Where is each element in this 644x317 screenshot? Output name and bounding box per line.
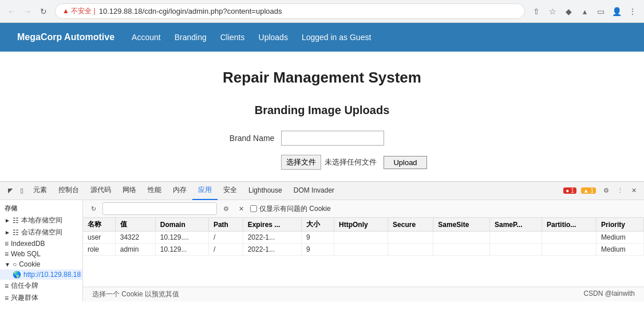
back-button[interactable]: ←	[5, 5, 18, 18]
table-cell: Medium	[596, 232, 643, 244]
table-cell: user	[83, 232, 115, 244]
more-button[interactable]: ⋮	[626, 5, 639, 18]
brand-name-input[interactable]	[281, 131, 384, 146]
upload-form: Brand Name 选择文件 未选择任何文件 Upload	[217, 131, 426, 170]
table-cell	[433, 232, 490, 244]
tab-security[interactable]: 安全	[218, 182, 243, 200]
refresh-cookies-button[interactable]: ↻	[88, 203, 99, 214]
col-samesite[interactable]: SameSite	[433, 218, 490, 232]
col-size[interactable]: 大小	[302, 218, 334, 232]
not-secure-icon: ▲ 不安全 |	[62, 6, 96, 16]
footer-hint: 选择一个 Cookie 以预览其值	[92, 289, 179, 299]
reload-button[interactable]: ↻	[37, 5, 50, 18]
col-partitio[interactable]: Partitio...	[542, 218, 596, 232]
sidebar-item-indexeddb[interactable]: ≡ IndexedDB	[0, 238, 82, 249]
devtools-settings-button[interactable]: ⚙	[600, 185, 612, 197]
sidebar-item-web-sql[interactable]: ≡ Web SQL	[0, 249, 82, 259]
warn-badge: ▲ 1	[581, 187, 596, 194]
forward-button[interactable]: →	[21, 5, 34, 18]
tab-sources[interactable]: 源代码	[85, 182, 117, 200]
table-cell: /	[208, 244, 243, 256]
share-button[interactable]: ⇧	[530, 5, 543, 18]
nav-link-guest[interactable]: Logged in as Guest	[302, 33, 371, 42]
file-row: 选择文件 未选择任何文件 Upload	[281, 155, 426, 170]
sidebar-item-cookie[interactable]: ▼ ○ Cookie	[0, 259, 82, 269]
sidebar-item-session-storage[interactable]: ► ☷ 会话存储空间	[0, 226, 82, 238]
table-cell: 2022-1...	[243, 232, 301, 244]
tab-elements[interactable]: 元素	[27, 182, 53, 200]
profile-button[interactable]: 👤	[610, 5, 623, 18]
table-cell: 2022-1...	[243, 244, 301, 256]
col-httponly[interactable]: HttpOnly	[334, 218, 388, 232]
devtools-body: 存储 ► ☷ 本地存储空间 ► ☷ 会话存储空间 ≡ IndexedDB ≡ W…	[0, 200, 644, 302]
nav-link-account[interactable]: Account	[132, 33, 161, 42]
choose-file-button[interactable]: 选择文件	[281, 155, 321, 170]
col-expires[interactable]: Expires ...	[243, 218, 301, 232]
section-title: Branding Image Uploads	[11, 104, 633, 117]
table-row[interactable]: roleadmin10.129.../2022-1...9Medium	[83, 244, 644, 256]
table-row[interactable]: user3432210.129..../2022-1...9Medium	[83, 232, 644, 244]
tab-application[interactable]: 应用	[192, 182, 218, 200]
tab-performance[interactable]: 性能	[142, 182, 167, 200]
devtools-inspect-button[interactable]: ◤	[5, 185, 16, 197]
nav-link-branding[interactable]: Branding	[175, 33, 207, 42]
devtools-device-button[interactable]: ▯	[16, 185, 27, 197]
bookmark-button[interactable]: ☆	[546, 5, 559, 18]
sidebar-item-local-storage[interactable]: ► ☷ 本地存储空间	[0, 214, 82, 226]
tab-dom-invader[interactable]: DOM Invader	[288, 182, 340, 200]
cast-button[interactable]: ▭	[594, 5, 607, 18]
table-cell: /	[208, 232, 243, 244]
col-value[interactable]: 值	[115, 218, 155, 232]
table-header: 名称 值 Domain Path Expires ... 大小 HttpOnly…	[83, 218, 644, 232]
upload-button[interactable]: Upload	[384, 156, 426, 169]
col-secure[interactable]: Secure	[388, 218, 433, 232]
nav-buttons: ← → ↻	[5, 5, 50, 18]
expand-icon: ▼	[5, 261, 10, 268]
extensions-button[interactable]: ◆	[562, 5, 575, 18]
trust-token-icon: ≡	[5, 282, 9, 290]
table-cell: role	[83, 244, 115, 256]
sidebar-item-interest-groups[interactable]: ≡ 兴趣群体	[0, 292, 82, 302]
sidebar-item-cookie-url[interactable]: 🌎 http://10.129.88.18	[0, 269, 82, 280]
devtools-main: ↻ ⚙ ✕ 仅显示有问题的 Cookie 名称 值 Domain	[83, 200, 644, 302]
clear-filter-button[interactable]: ✕	[235, 203, 247, 214]
tab-memory[interactable]: 内存	[167, 182, 192, 200]
brand-name-label: Brand Name	[217, 134, 274, 143]
filter-settings-button[interactable]: ⚙	[220, 203, 232, 214]
table-cell	[433, 244, 490, 256]
table-cell: 9	[302, 244, 334, 256]
cookie-toolbar: ↻ ⚙ ✕ 仅显示有问题的 Cookie	[83, 200, 644, 218]
browser-toolbar: ← → ↻ ▲ 不安全 | 10.129.88.18/cdn-cgi/login…	[0, 0, 644, 22]
devtools-footer: 选择一个 Cookie 以预览其值 CSDN @lainwith	[83, 287, 644, 302]
tab-lighthouse[interactable]: Lighthouse	[243, 182, 288, 200]
col-name[interactable]: 名称	[83, 218, 115, 232]
expand-icon: ►	[5, 217, 10, 224]
address-bar[interactable]: ▲ 不安全 | 10.129.88.18/cdn-cgi/login/admin…	[55, 3, 525, 19]
table-cell	[490, 232, 542, 244]
devtools-more-button[interactable]: ⋮	[614, 185, 626, 197]
profile-warning-button[interactable]: ▴	[578, 5, 591, 18]
table-cell: 10.129....	[155, 232, 208, 244]
nav-link-clients[interactable]: Clients	[220, 33, 245, 42]
nav-link-uploads[interactable]: Uploads	[259, 33, 288, 42]
cookie-table: 名称 值 Domain Path Expires ... 大小 HttpOnly…	[83, 218, 644, 287]
col-domain[interactable]: Domain	[155, 218, 208, 232]
brand-name-row: Brand Name	[217, 131, 426, 146]
col-samep[interactable]: SameP...	[490, 218, 542, 232]
col-path[interactable]: Path	[208, 218, 243, 232]
sidebar-item-trust-tokens[interactable]: ≡ 信任令牌	[0, 280, 82, 292]
table-cell	[388, 232, 433, 244]
table-cell	[388, 244, 433, 256]
sidebar-item-label: 本地存储空间	[21, 216, 62, 225]
filter-issues-checkbox[interactable]	[250, 205, 257, 212]
col-priority[interactable]: Priority	[596, 218, 643, 232]
cookie-filter-input[interactable]	[102, 202, 217, 215]
sidebar-item-label: 兴趣群体	[11, 293, 38, 302]
devtools-close-button[interactable]: ✕	[628, 185, 639, 197]
sidebar-item-label: 信任令牌	[11, 281, 38, 291]
cookie-icon: ○	[13, 260, 17, 268]
devtools-tab-icons: ● 1 ▲ 1 ⚙ ⋮ ✕	[563, 185, 639, 197]
expand-icon: ►	[5, 229, 10, 236]
tab-network[interactable]: 网络	[117, 182, 142, 200]
tab-console[interactable]: 控制台	[53, 182, 85, 200]
